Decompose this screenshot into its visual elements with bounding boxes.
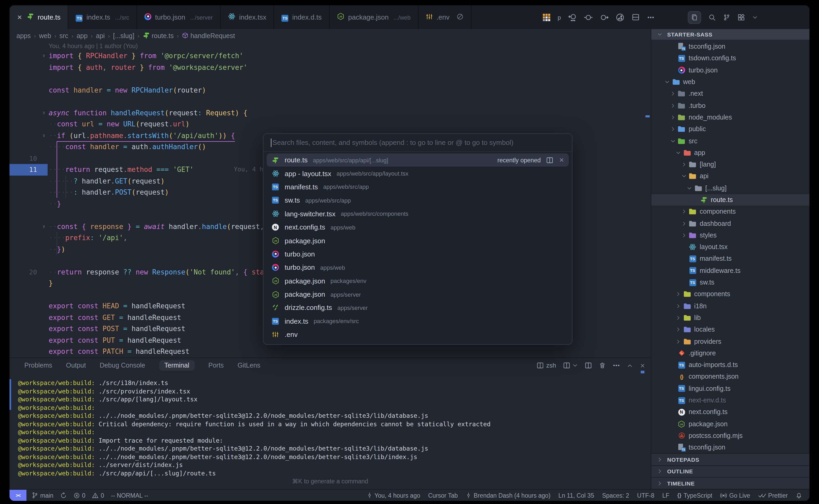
tree-file-components.json[interactable]: {}components.json	[651, 371, 809, 383]
tree-folder-[...slug][interactable]: [...slug]	[651, 182, 809, 194]
tree-folder-node_modules[interactable]: node_modules	[651, 112, 809, 123]
tree-file-postcss.config.mjs[interactable]: postcss.config.mjs	[651, 430, 809, 442]
status-item-Ln 11, Col 35[interactable]: Ln 11, Col 35	[559, 492, 594, 498]
breadcrumb-item-[...slug][interactable]: [...slug]	[113, 32, 134, 40]
panel-control[interactable]: zsh	[537, 362, 556, 369]
tree-folder-components[interactable]: components	[651, 288, 809, 300]
status-item-main[interactable]: main	[32, 492, 53, 499]
nav-node-icon[interactable]	[584, 13, 593, 21]
tree-folder-lib[interactable]: lib	[651, 312, 809, 324]
status-item-UTF-8[interactable]: UTF-8	[637, 492, 654, 498]
status-item-Cursor Tab[interactable]: Cursor Tab	[428, 492, 458, 498]
fold-chevron-icon[interactable]: ∨	[40, 107, 48, 118]
status-item-bell[interactable]	[796, 492, 802, 499]
tree-folder-web[interactable]: web	[651, 76, 809, 88]
tree-file-route.ts[interactable]: route.ts	[651, 194, 809, 206]
editor-tab-package.json[interactable]: JSpackage.json.../web	[329, 5, 419, 29]
color-grid-icon[interactable]	[543, 13, 550, 21]
tree-folder-locales[interactable]: locales	[651, 324, 809, 336]
tree-folder-i18n[interactable]: i18n	[651, 300, 809, 312]
search-input[interactable]: Search files, content, and symbols (appe…	[263, 134, 572, 152]
quick-open-item-index.ts[interactable]: TSindex.tspackages/env/src	[267, 314, 569, 328]
terminal-scrollbar[interactable]	[641, 371, 644, 373]
more-icon[interactable]	[647, 13, 655, 21]
breadcrumb-item-apps[interactable]: apps	[16, 32, 31, 40]
tree-file-.gitignore[interactable]: .gitignore	[651, 347, 809, 359]
breadcrumb-item-web[interactable]: web	[39, 32, 51, 40]
status-item--- NORMAL --[interactable]: -- NORMAL --	[111, 492, 148, 498]
tree-file-lingui.config.ts[interactable]: TSlingui.config.ts	[651, 383, 809, 395]
quick-open-item-turbo.json[interactable]: turbo.json	[267, 247, 569, 261]
quick-open-item-.env[interactable]: .env	[267, 328, 569, 341]
tree-file-turbo.json[interactable]: turbo.json	[651, 64, 809, 76]
nav-forward-icon[interactable]	[600, 13, 609, 21]
panel-control[interactable]	[613, 362, 620, 369]
quick-open-item-sw.ts[interactable]: TSsw.tsapps/web/src/app	[267, 194, 569, 207]
open-to-side-icon[interactable]	[546, 156, 554, 164]
editor-tab-index.d.ts[interactable]: TSindex.d.ts	[274, 5, 329, 29]
close-icon[interactable]: ✕	[17, 13, 22, 21]
panel-control[interactable]	[599, 362, 606, 369]
quick-open-item-lang-switcher.tsx[interactable]: lang-switcher.tsxapps/web/src/components	[267, 207, 569, 221]
status-item-0[interactable]: 0	[92, 492, 104, 498]
breadcrumb-item-app[interactable]: app	[76, 32, 88, 40]
fold-chevron-icon[interactable]: ∨	[40, 50, 48, 62]
fold-chevron-icon[interactable]: ∨	[40, 130, 48, 141]
tree-file-middleware.ts[interactable]: TSmiddleware.ts	[651, 265, 809, 277]
tree-folder-[lang][interactable]: [lang]	[651, 159, 809, 171]
tree-folder-styles[interactable]: styles	[651, 230, 809, 241]
status-item-You, 4 hours ago[interactable]: You, 4 hours ago	[366, 492, 420, 499]
jump-back-icon[interactable]	[568, 13, 577, 21]
quick-open-item-drizzle.config.ts[interactable]: drizzle.config.tsapps/server	[267, 301, 569, 315]
quick-open-item-route.ts[interactable]: route.tsapps/web/src/app/api/[...slug]re…	[267, 153, 569, 167]
tree-file-sw.ts[interactable]: TSsw.ts	[651, 277, 809, 288]
panel-control[interactable]	[627, 363, 633, 368]
panel-control[interactable]	[585, 362, 592, 369]
search-icon[interactable]	[708, 13, 716, 21]
editor-tab-route.ts[interactable]: ✕route.ts	[10, 5, 68, 29]
status-item-Go Live[interactable]: Go Live	[720, 492, 750, 498]
tree-folder-dashboard[interactable]: dashboard	[651, 218, 809, 230]
terminal-output[interactable]: @workspace/web:build: ./src/i18n/index.t…	[18, 379, 491, 478]
breadcrumb-item-route.ts[interactable]: route.ts	[143, 31, 173, 40]
breadcrumb-item-handleRequest[interactable]: handleRequest	[182, 32, 235, 40]
quick-open-item-app - layout.tsx[interactable]: app - layout.tsxapps/web/src/app/layout.…	[267, 167, 569, 180]
breadcrumb-item-api[interactable]: api	[96, 32, 105, 40]
tree-folder-app[interactable]: app	[651, 147, 809, 159]
panel-control[interactable]	[640, 363, 646, 368]
letter-p-icon[interactable]: p	[558, 14, 561, 20]
panel-tab-Ports[interactable]: Ports	[208, 362, 224, 369]
run-circle-icon[interactable]	[616, 13, 624, 21]
editor-tab-index.tsx[interactable]: index.tsx	[221, 5, 274, 29]
status-item-LF[interactable]: LF	[662, 492, 669, 498]
tree-folder-.turbo[interactable]: .turbo	[651, 100, 809, 112]
tree-file-next.config.ts[interactable]: Nnext.config.ts	[651, 406, 809, 418]
editor-tab-turbo.json[interactable]: turbo.json.../server	[137, 5, 221, 29]
close-icon[interactable]	[559, 157, 565, 163]
status-item-0[interactable]: 0	[74, 492, 85, 498]
editor-tab-index.ts[interactable]: TSindex.ts.../src	[68, 5, 137, 29]
tree-folder-public[interactable]: public	[651, 123, 809, 135]
status-item-TypeScript[interactable]: {}TypeScript	[677, 492, 712, 498]
copy-icon[interactable]	[688, 11, 701, 24]
explorer-section-header[interactable]: STARTER-SASS	[651, 29, 809, 40]
tree-file-layout.tsx[interactable]: layout.tsx	[651, 241, 809, 253]
panel-tab-Output[interactable]: Output	[66, 362, 86, 369]
tree-folder-src[interactable]: src	[651, 135, 809, 147]
chevron-down-icon[interactable]	[752, 15, 758, 20]
tree-file-next-env.d.ts[interactable]: TSnext-env.d.ts	[651, 395, 809, 406]
tree-file-manifest.ts[interactable]: TSmanifest.ts	[651, 253, 809, 265]
tree-folder-api[interactable]: api	[651, 171, 809, 182]
quick-open-item-package.json[interactable]: JSpackage.jsonapps/web	[267, 341, 569, 345]
panel-tab-GitLens[interactable]: GitLens	[237, 362, 260, 369]
sidebar-section-OUTLINE[interactable]: OUTLINE	[651, 465, 809, 477]
tree-file-auto-imports.d.ts[interactable]: TSauto-imports.d.ts	[651, 359, 809, 371]
tree-file-tsdown.config.ts[interactable]: TStsdown.config.ts	[651, 53, 809, 65]
quick-open-item-turbo.json[interactable]: turbo.jsonapps/web	[267, 261, 569, 274]
breadcrumb-item-src[interactable]: src	[59, 32, 68, 40]
sidebar-section-TIMELINE[interactable]: TIMELINE	[651, 477, 809, 489]
quick-open-item-package.json[interactable]: JSpackage.jsonapps/server	[267, 288, 569, 301]
status-item-Brendan Dash (4 hours ago)[interactable]: Brendan Dash (4 hours ago)	[466, 492, 551, 499]
source-control-icon[interactable]	[723, 13, 730, 21]
tree-file-package.json[interactable]: JSpackage.json	[651, 418, 809, 430]
